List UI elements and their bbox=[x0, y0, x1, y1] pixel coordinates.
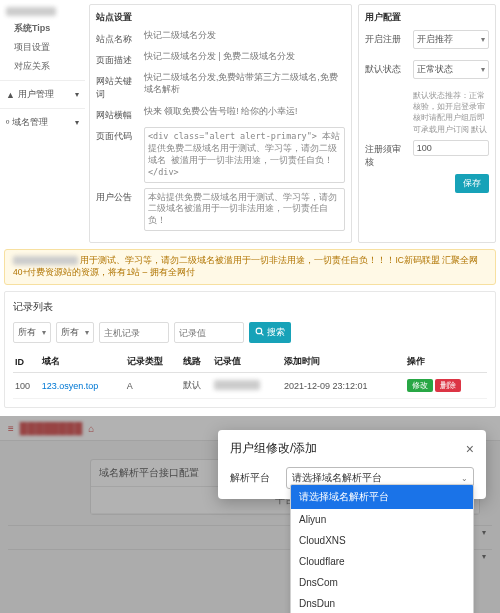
value-site-banner: 快来 领取免费公告号啦! 给你的小幸运! bbox=[144, 106, 345, 118]
record-table: ID 域名 记录类型 线路 记录值 添加时间 操作 100 123.osyen.… bbox=[13, 351, 487, 399]
label-site-notice: 用户公告 bbox=[96, 188, 138, 204]
th-time: 添加时间 bbox=[282, 351, 405, 373]
search-button[interactable]: 搜索 bbox=[249, 322, 291, 343]
table-row: 100 123.osyen.top A 默认 2021-12-09 23:12:… bbox=[13, 373, 487, 399]
chevron-down-icon: ▾ bbox=[481, 35, 485, 44]
sidebar-group-user[interactable]: ▲ 用户管理 ▾ bbox=[0, 85, 85, 104]
hint-text: 默认状态推荐：正常核验，如开启登录审核时请配用户组后即可承载用户订阅 默认 bbox=[413, 90, 489, 135]
option-dnscom[interactable]: DnsCom bbox=[291, 572, 473, 593]
panel-title: 用户配置 bbox=[365, 11, 489, 24]
th-id: ID bbox=[13, 351, 40, 373]
filter-select-1[interactable]: 所有▾ bbox=[13, 322, 51, 343]
user-icon: ▲ bbox=[6, 90, 15, 100]
filter-input-value[interactable] bbox=[174, 322, 244, 343]
sidebar-item-project[interactable]: 项目设置 bbox=[0, 38, 85, 57]
filter-select-2[interactable]: 所有▾ bbox=[56, 322, 94, 343]
value-site-keywords: 快记二级域名分发,免费站带第三方二级域名,免费域名解析 bbox=[144, 72, 345, 96]
value-site-name: 快记二级域名分发 bbox=[144, 30, 345, 42]
label-reg-audit: 注册须审核 bbox=[365, 140, 407, 169]
record-list-title: 记录列表 bbox=[13, 300, 487, 314]
sidebar-group-label: 域名管理 bbox=[12, 116, 48, 129]
svg-point-0 bbox=[256, 328, 262, 334]
edit-button[interactable]: 修改 bbox=[407, 379, 433, 392]
sidebar-group-domain[interactable]: º 域名管理 ▾ bbox=[0, 113, 85, 132]
label-site-name: 站点名称 bbox=[96, 30, 138, 46]
globe-icon: º bbox=[6, 118, 9, 128]
sidebar-item-relation[interactable]: 对应关系 bbox=[0, 57, 85, 76]
th-line: 线路 bbox=[181, 351, 212, 373]
panel-site-settings: 站点设置 站点名称 快记二级域名分发 页面描述 快记二级域名分发 | 免费二级域… bbox=[89, 4, 352, 243]
sidebar-item-tips[interactable]: 系统Tips bbox=[0, 19, 85, 38]
sidebar-group-label: 用户管理 bbox=[18, 88, 54, 101]
svg-line-1 bbox=[261, 333, 263, 335]
close-icon[interactable]: × bbox=[466, 441, 474, 457]
panel-user-config: 用户配置 开启注册 开启推荐▾ 默认状态 正常状态▾ 默认状态推荐：正常核验，如… bbox=[358, 4, 496, 243]
option-placeholder[interactable]: 请选择域名解析平台 bbox=[291, 485, 473, 509]
select-default-status[interactable]: 正常状态▾ bbox=[413, 60, 489, 79]
label-resolve-platform: 解析平台 bbox=[230, 471, 278, 485]
cell-type: A bbox=[125, 373, 181, 399]
search-icon bbox=[255, 327, 264, 338]
label-reg-open: 开启注册 bbox=[365, 30, 407, 46]
record-list-card: 记录列表 所有▾ 所有▾ 搜索 ID 域名 记录类型 线路 记录值 添加时间 操… bbox=[4, 291, 496, 408]
sidebar-item-label: 项目设置 bbox=[14, 41, 50, 54]
option-aliyun[interactable]: Aliyun bbox=[291, 509, 473, 530]
option-cloudflare[interactable]: Cloudflare bbox=[291, 551, 473, 572]
chevron-down-icon: ▾ bbox=[75, 90, 79, 99]
dropdown-options: 请选择域名解析平台 Aliyun CloudXNS Cloudflare Dns… bbox=[290, 484, 474, 613]
cell-id: 100 bbox=[13, 373, 40, 399]
cell-value-blurred bbox=[214, 380, 260, 390]
sidebar: 系统Tips 项目设置 对应关系 ▲ 用户管理 ▾ º 域名管理 ▾ bbox=[0, 0, 85, 243]
panel-title: 站点设置 bbox=[96, 11, 345, 24]
th-ops: 操作 bbox=[405, 351, 487, 373]
label-site-template: 页面代码 bbox=[96, 127, 138, 143]
option-dnsdun[interactable]: DnsDun bbox=[291, 593, 473, 613]
chevron-down-icon: ▾ bbox=[481, 65, 485, 74]
label-site-banner: 网站横幅 bbox=[96, 106, 138, 122]
sidebar-item-label: 对应关系 bbox=[14, 60, 50, 73]
input-reg-audit[interactable]: 100 bbox=[413, 140, 489, 156]
cell-time: 2021-12-09 23:12:01 bbox=[282, 373, 405, 399]
label-default-status: 默认状态 bbox=[365, 60, 407, 76]
option-cloudxns[interactable]: CloudXNS bbox=[291, 530, 473, 551]
th-type: 记录类型 bbox=[125, 351, 181, 373]
textarea-site-notice[interactable]: 本站提供免费二级域名用于测试、学习等，请勿二级域名被滥用于一切非法用途，一切责任… bbox=[144, 188, 345, 232]
label-site-keywords: 网站关键词 bbox=[96, 72, 138, 101]
chevron-down-icon: ▾ bbox=[75, 118, 79, 127]
filter-input-host[interactable] bbox=[99, 322, 169, 343]
notice-bar: 用于测试、学习等，请勿二级域名被滥用于一切非法用途，一切责任自负！！！IC新码联… bbox=[4, 249, 496, 285]
sidebar-item-label: 系统Tips bbox=[14, 22, 50, 35]
delete-button[interactable]: 删除 bbox=[435, 379, 461, 392]
cell-line: 默认 bbox=[181, 373, 212, 399]
textarea-site-template[interactable]: <div class="alert alert-primary"> 本站提供免费… bbox=[144, 127, 345, 183]
label-site-desc: 页面描述 bbox=[96, 51, 138, 67]
save-button[interactable]: 保存 bbox=[455, 174, 489, 193]
select-reg-open[interactable]: 开启推荐▾ bbox=[413, 30, 489, 49]
th-domain: 域名 bbox=[40, 351, 125, 373]
th-value: 记录值 bbox=[212, 351, 282, 373]
domain-link[interactable]: 123.osyen.top bbox=[42, 381, 99, 391]
value-site-desc: 快记二级域名分发 | 免费二级域名分发 bbox=[144, 51, 345, 63]
modal-title: 用户组修改/添加 bbox=[230, 440, 317, 457]
modal-usergroup-edit: 用户组修改/添加 × 解析平台 请选择域名解析平台 ⌄ 请选择域名解析平台 Al… bbox=[218, 430, 486, 499]
chevron-down-icon: ⌄ bbox=[461, 474, 468, 483]
